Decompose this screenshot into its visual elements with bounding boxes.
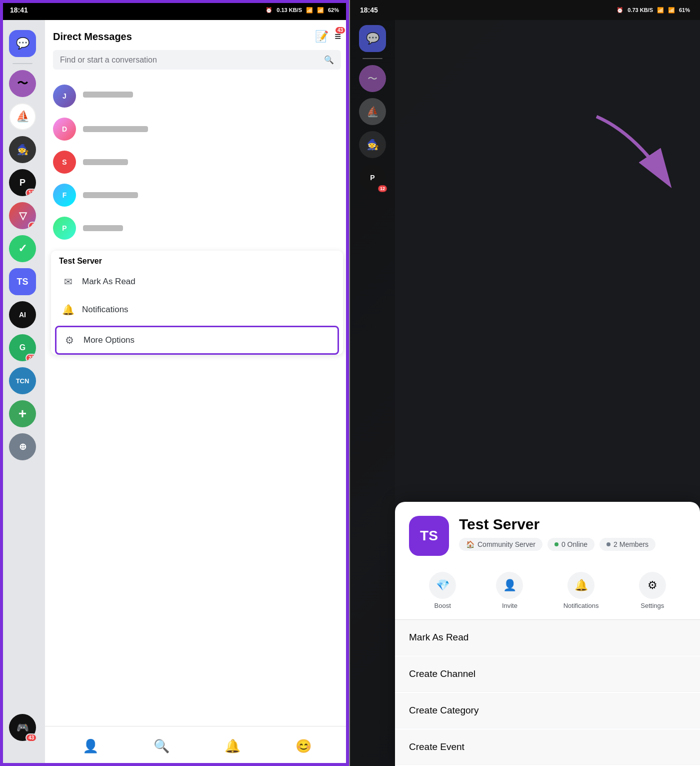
mark-read-icon: ✉ bbox=[61, 275, 75, 289]
triangle-badge: 4 bbox=[28, 222, 36, 229]
rs-divider bbox=[362, 58, 382, 59]
avatar: P bbox=[53, 217, 76, 240]
mark-as-read-sheet-item[interactable]: Mark As Read bbox=[395, 620, 700, 655]
dm-panel-left: Direct Messages 📝 ≡ 43 Find or start a c… bbox=[45, 0, 349, 766]
sheet-header: TS Test Server 🏠 Community Server 0 Onli… bbox=[395, 502, 700, 564]
rs-wave: 〜 bbox=[359, 65, 386, 92]
sidebar-item-triangle[interactable]: ▽ 4 bbox=[9, 202, 36, 229]
avatar: J bbox=[53, 85, 76, 108]
nav-search[interactable]: 🔍 bbox=[154, 738, 170, 754]
sidebar-item-wave[interactable]: 〜 bbox=[9, 70, 36, 97]
right-status-icons: ⏰ 0.73 KB/S 📶 📶 61% bbox=[616, 7, 690, 14]
list-item[interactable]: J bbox=[45, 80, 349, 113]
conv-info bbox=[83, 159, 341, 165]
settings-button[interactable]: ⚙ Settings bbox=[639, 572, 666, 609]
context-menu-left: Test Server ✉ Mark As Read 🔔 Notificatio… bbox=[51, 251, 343, 355]
notif-bell-icon: 🔔 bbox=[568, 572, 594, 599]
mark-as-read-label: Mark As Read bbox=[82, 277, 136, 287]
invite-icon: 👤 bbox=[496, 572, 523, 599]
online-count-tag: 0 Online bbox=[548, 538, 594, 551]
green-badge: 27 bbox=[26, 354, 36, 361]
right-server-sidebar: 💬 〜 ⛵ 🧙 P 12 bbox=[350, 0, 395, 766]
explore-icon[interactable]: ⊕ bbox=[9, 433, 36, 460]
boost-button[interactable]: 💎 Boost bbox=[429, 572, 456, 609]
conv-name-blur bbox=[83, 92, 133, 98]
sidebar-item-ts[interactable]: TS bbox=[9, 268, 36, 295]
home-icon: 🏠 bbox=[466, 540, 474, 548]
list-item[interactable]: F bbox=[45, 179, 349, 212]
right-panel: 18:45 ⏰ 0.73 KB/S 📶 📶 61% 💬 〜 ⛵ 🧙 P 12 T… bbox=[350, 0, 700, 766]
sheet-server-info: Test Server 🏠 Community Server 0 Online … bbox=[459, 516, 686, 551]
sidebar-item-bottom[interactable]: 🎮 43 bbox=[9, 714, 36, 741]
server-bottom-sheet: TS Test Server 🏠 Community Server 0 Onli… bbox=[395, 502, 700, 766]
create-category-sheet-item[interactable]: Create Category bbox=[395, 693, 700, 728]
conv-info bbox=[83, 225, 341, 231]
more-options-label: More Options bbox=[84, 335, 134, 345]
conv-name-blur bbox=[83, 192, 138, 198]
sidebar-item-sailboat[interactable]: ⛵ bbox=[9, 103, 36, 130]
search-nav-icon: 🔍 bbox=[154, 738, 170, 754]
sidebar-item-wizard[interactable]: 🧙 bbox=[9, 136, 36, 163]
notifications-icon: 🔔 bbox=[61, 303, 75, 317]
notifications-label: Notifications bbox=[82, 305, 128, 315]
nav-friends[interactable]: 👤 bbox=[82, 738, 98, 754]
left-panel: 18:41 ⏰ 0.13 KB/S 📶 📶 62% 💬 〜 ⛵ 🧙 P bbox=[0, 0, 350, 766]
rs-wizard: 🧙 bbox=[359, 131, 386, 158]
new-dm-icon[interactable]: 📝 bbox=[315, 30, 328, 43]
bell-icon: 🔔 bbox=[224, 738, 240, 754]
discord-home-icon[interactable]: 💬 bbox=[9, 30, 36, 57]
invite-button[interactable]: 👤 Invite bbox=[496, 572, 523, 609]
nav-notifications[interactable]: 🔔 bbox=[224, 738, 240, 754]
sidebar-divider bbox=[12, 63, 32, 64]
create-channel-sheet-item[interactable]: Create Channel bbox=[395, 656, 700, 692]
more-options-item[interactable]: ⚙ More Options bbox=[55, 326, 339, 355]
invite-label: Invite bbox=[502, 602, 518, 609]
create-event-sheet-item[interactable]: Create Event bbox=[395, 729, 700, 765]
avatar: D bbox=[53, 118, 76, 141]
notification-icon[interactable]: ≡ 43 bbox=[334, 30, 341, 43]
conv-name-blur bbox=[83, 126, 148, 132]
notifications-item[interactable]: 🔔 Notifications bbox=[51, 296, 343, 324]
list-item[interactable]: S bbox=[45, 146, 349, 179]
sidebar-item-tcn[interactable]: TCN bbox=[9, 367, 36, 394]
header-notification-badge: 43 bbox=[336, 27, 345, 34]
left-status-icons: ⏰ 0.13 KB/S 📶 📶 62% bbox=[266, 7, 339, 14]
settings-gear-icon: ⚙ bbox=[639, 572, 666, 599]
avatar: F bbox=[53, 184, 76, 207]
left-time: 18:41 bbox=[10, 6, 28, 14]
server-sidebar-left: 💬 〜 ⛵ 🧙 P 12 ▽ 4 ✓ TS AI bbox=[0, 20, 45, 766]
action-row: 💎 Boost 👤 Invite 🔔 Notifications ⚙ Setti… bbox=[395, 564, 700, 620]
boost-icon: 💎 bbox=[429, 572, 456, 599]
sidebar-item-opus[interactable]: P 12 bbox=[9, 169, 36, 196]
settings-label: Settings bbox=[640, 602, 664, 609]
mark-as-read-item[interactable]: ✉ Mark As Read bbox=[51, 268, 343, 296]
sidebar-item-check[interactable]: ✓ bbox=[9, 235, 36, 262]
online-dot bbox=[554, 542, 558, 546]
conversation-list-left: J D S F bbox=[45, 76, 349, 726]
right-status-bar: 18:45 ⏰ 0.73 KB/S 📶 📶 61% bbox=[350, 0, 700, 20]
context-menu-title: Test Server bbox=[51, 251, 343, 268]
nav-profile[interactable]: 😊 bbox=[296, 738, 312, 754]
sidebar-item-ai[interactable]: AI bbox=[9, 301, 36, 328]
notifications-button[interactable]: 🔔 Notifications bbox=[564, 572, 599, 609]
conv-info bbox=[83, 126, 341, 132]
dm-title-left: Direct Messages 📝 ≡ 43 bbox=[53, 30, 341, 43]
sidebar-item-green[interactable]: G 27 bbox=[9, 334, 36, 361]
member-count-tag: 2 Members bbox=[600, 538, 656, 551]
add-server-button[interactable]: + bbox=[9, 400, 36, 427]
profile-icon: 😊 bbox=[296, 738, 312, 754]
search-bar-left[interactable]: Find or start a conversation 🔍 bbox=[53, 50, 341, 70]
community-server-tag: 🏠 Community Server bbox=[459, 538, 542, 551]
notifications-action-label: Notifications bbox=[564, 602, 599, 609]
friends-icon: 👤 bbox=[82, 738, 98, 754]
search-icon: 🔍 bbox=[324, 55, 334, 65]
server-logo-ts: TS bbox=[409, 516, 449, 556]
rs-sailboat: ⛵ bbox=[359, 98, 386, 125]
opus-badge: 12 bbox=[26, 189, 36, 196]
boost-label: Boost bbox=[434, 602, 451, 609]
conv-info bbox=[83, 192, 341, 198]
list-item[interactable]: D bbox=[45, 113, 349, 146]
dm-header-actions: 📝 ≡ 43 bbox=[315, 30, 341, 43]
bottom-badge: 43 bbox=[26, 733, 37, 742]
list-item[interactable]: P bbox=[45, 212, 349, 245]
